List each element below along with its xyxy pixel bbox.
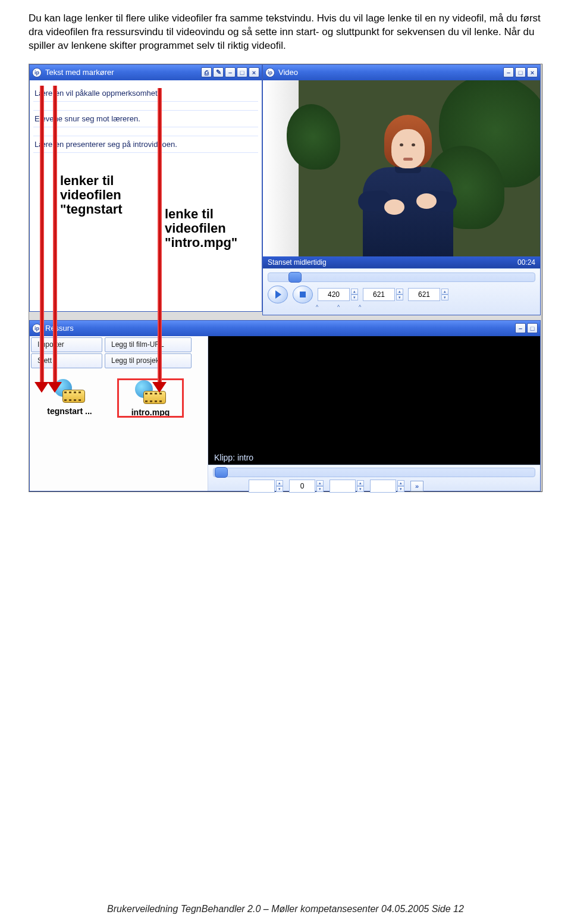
edit-icon[interactable]: ✎ (213, 67, 224, 77)
resource-thumb-intro[interactable]: intro.mpg (118, 379, 183, 417)
fast-forward-button[interactable]: » (410, 481, 423, 491)
text-window-titlebar: ip Tekst med markører ⎙ ✎ – □ × (30, 65, 262, 80)
spin-up-icon[interactable]: ▴ (316, 480, 324, 486)
frame-start-box[interactable]: ▴▾ (318, 288, 358, 301)
frame-cur-input[interactable] (363, 288, 395, 301)
maximize-icon[interactable]: □ (527, 323, 538, 333)
video-frame (263, 80, 540, 256)
video-status-strip: Stanset midlertidig 00:24 (263, 256, 540, 268)
stop-icon (300, 292, 306, 297)
maximize-icon[interactable]: □ (515, 67, 526, 77)
spin-down-icon[interactable]: ▾ (316, 486, 324, 492)
editor-line[interactable]: Elevene snur seg mot læreren. (33, 110, 258, 127)
spin-up-icon[interactable]: ▴ (276, 480, 283, 486)
slider-thumb[interactable] (215, 467, 228, 478)
resource-title: Ressurs (45, 324, 514, 333)
minimize-icon[interactable]: – (503, 67, 514, 77)
play-button[interactable] (268, 286, 288, 303)
text-editor-body[interactable]: Læreren vil påkalle oppmerksomhet. Eleve… (30, 80, 262, 311)
app-icon: ip (265, 68, 275, 77)
thumb-label: intro.mpg (131, 408, 170, 417)
page-footer: Brukerveiledning TegnBehandler 2.0 – Møl… (0, 904, 571, 914)
arrow-2 (53, 86, 57, 383)
close-icon[interactable]: × (527, 67, 538, 77)
clip-label: Klipp: intro (214, 453, 253, 462)
spin-down-icon[interactable]: ▾ (397, 486, 404, 492)
print-icon[interactable]: ⎙ (201, 67, 212, 77)
spin-up-icon[interactable]: ▴ (396, 289, 403, 295)
frame-cur-box[interactable]: ▴▾ (363, 288, 403, 301)
anchor-icon[interactable]: ^ (334, 305, 343, 310)
spin-down-icon[interactable]: ▾ (351, 295, 358, 300)
frame-end-box[interactable]: ▴▾ (408, 288, 448, 301)
video-time: 00:24 (517, 258, 535, 267)
spin-up-icon[interactable]: ▴ (357, 480, 364, 486)
spin-down-icon[interactable]: ▾ (276, 486, 283, 492)
arrow-1 (40, 86, 44, 383)
frame-end-input[interactable] (408, 288, 440, 301)
slider-thumb[interactable] (288, 272, 302, 283)
app-icon: ip (32, 68, 42, 77)
res-end-input[interactable] (330, 480, 356, 493)
video-window-titlebar: ip Video – □ × (263, 65, 540, 80)
arrow-3 (158, 88, 162, 383)
resource-preview: Klipp: intro ▴▾ ▴▾ ▴▾ ▴▾ » (208, 336, 540, 491)
res-cur-input[interactable] (289, 480, 315, 493)
play-icon (275, 290, 281, 299)
text-markers-window: ip Tekst med markører ⎙ ✎ – □ × Læreren … (29, 64, 262, 312)
anchor-icon[interactable]: ^ (313, 305, 321, 310)
add-project-button[interactable]: Legg til prosjekt (105, 353, 192, 368)
spin-down-icon[interactable]: ▾ (441, 295, 448, 300)
spin-up-icon[interactable]: ▴ (397, 480, 404, 486)
spin-up-icon[interactable]: ▴ (441, 289, 448, 295)
video-slider[interactable] (268, 272, 535, 282)
video-window: ip Video – □ × (262, 64, 541, 315)
resource-titlebar: ip Ressurs – □ (30, 321, 540, 336)
minimize-icon[interactable]: – (515, 323, 526, 333)
maximize-icon[interactable]: □ (237, 67, 247, 77)
anchor-icon[interactable]: ^ (356, 305, 364, 310)
close-icon[interactable]: × (249, 67, 259, 77)
thumb-label: tegnstart ... (47, 406, 92, 416)
minimize-icon[interactable]: – (225, 67, 236, 77)
video-window-title: Video (278, 68, 502, 77)
screenshot-composite: lenker til videofilen "tegnstart lenke t… (29, 64, 542, 492)
add-url-button[interactable]: Legg til film-URL (105, 337, 192, 352)
video-person (340, 102, 473, 256)
spin-down-icon[interactable]: ▾ (357, 486, 364, 492)
spin-down-icon[interactable]: ▾ (396, 295, 403, 300)
spin-up-icon[interactable]: ▴ (351, 289, 358, 295)
resource-window: ip Ressurs – □ Importer Legg til film-UR… (29, 320, 541, 491)
editor-line[interactable]: Læreren vil påkalle oppmerksomhet. (33, 85, 258, 102)
stop-button[interactable] (293, 286, 313, 303)
intro-paragraph: Du kan lage lenker til flere ulike video… (29, 12, 542, 53)
resource-slider[interactable] (213, 468, 535, 477)
resource-controls: ▴▾ ▴▾ ▴▾ ▴▾ » (208, 465, 540, 491)
editor-line[interactable]: Læreren presenterer seg på introvideoen. (33, 136, 258, 153)
res-extra-input[interactable] (370, 480, 396, 493)
res-start-input[interactable] (249, 480, 275, 493)
video-controls: ▴▾ ▴▾ ▴▾ ^ ^ ^ (263, 268, 540, 315)
video-status-text: Stanset midlertidig (268, 258, 327, 267)
text-window-title: Tekst med markører (45, 68, 200, 77)
frame-start-input[interactable] (318, 288, 350, 301)
